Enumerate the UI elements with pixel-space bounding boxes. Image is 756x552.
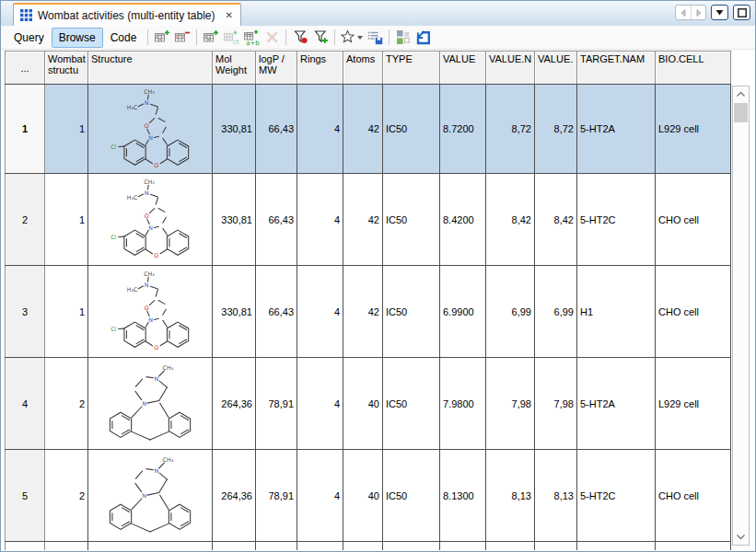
column-header-target-name[interactable]: TARGET.NAM: [577, 52, 656, 85]
cell-value-2[interactable]: 8,72: [535, 85, 577, 174]
column-header-value-n[interactable]: VALUE.N: [486, 52, 535, 85]
scroll-down-icon[interactable]: [733, 529, 749, 545]
cell-type[interactable]: IC50: [383, 266, 440, 358]
column-header-bio-cell[interactable]: BIO.CELL: [656, 52, 731, 85]
cell-mol-weight[interactable]: 330,81: [213, 266, 256, 358]
cell-value[interactable]: 8.4200: [440, 174, 486, 266]
cell-mol-weight[interactable]: 330,81: [213, 174, 256, 266]
column-header-type[interactable]: TYPE: [383, 52, 440, 85]
cell-value[interactable]: 8.1300: [440, 450, 486, 542]
cell-structure[interactable]: [88, 174, 213, 266]
cell-atoms[interactable]: 40: [343, 450, 383, 542]
row-header[interactable]: 3: [6, 266, 45, 358]
cell-value-2[interactable]: 6,99: [535, 266, 577, 358]
cell-wombat-structure[interactable]: 2: [45, 450, 88, 542]
cell-value-n[interactable]: 7,98: [486, 358, 535, 450]
cell-structure[interactable]: [88, 266, 213, 358]
maximize-icon[interactable]: [733, 5, 750, 20]
cell-atoms[interactable]: 42: [343, 266, 383, 358]
column-header-value-2[interactable]: VALUE.: [535, 52, 577, 85]
cell-value-n[interactable]: 8,72: [486, 85, 535, 174]
cell-wombat-structure[interactable]: 1: [45, 85, 88, 174]
row-header[interactable]: 5: [6, 450, 45, 542]
cell-rings[interactable]: 4: [297, 358, 343, 450]
cell-empty[interactable]: [256, 542, 297, 551]
panels-layout-icon[interactable]: [393, 28, 413, 48]
column-header-atoms[interactable]: Atoms: [343, 52, 383, 85]
cell-bio-cell[interactable]: CHO cell: [656, 174, 731, 266]
cell-value-n[interactable]: 6,99: [486, 266, 535, 358]
tab-close-icon[interactable]: ✕: [226, 11, 233, 20]
cell-type[interactable]: IC50: [383, 450, 440, 542]
remove-entity-table-icon[interactable]: [172, 28, 192, 48]
cell-target[interactable]: 5-HT2C: [577, 174, 656, 266]
cell-structure[interactable]: [88, 85, 213, 174]
cell-target[interactable]: 5-HT2A: [577, 358, 656, 450]
cell-empty[interactable]: [440, 542, 486, 551]
cell-rings[interactable]: 4: [297, 174, 343, 266]
mode-browse[interactable]: Browse: [52, 28, 103, 48]
vertical-scrollbar[interactable]: [732, 86, 750, 546]
cell-mol-weight[interactable]: 330,81: [213, 85, 256, 174]
cell-logp-mw[interactable]: 66,43: [256, 174, 297, 266]
cell-empty[interactable]: [343, 542, 383, 551]
column-header-wombat-structure[interactable]: Wombat structu: [45, 52, 88, 85]
cell-empty[interactable]: [297, 542, 343, 551]
cell-empty[interactable]: [577, 542, 656, 551]
cell-atoms[interactable]: 40: [343, 358, 383, 450]
cell-empty[interactable]: [45, 542, 88, 551]
row-header[interactable]: [6, 542, 45, 551]
column-header-value[interactable]: VALUE: [440, 52, 486, 85]
cell-structure[interactable]: [88, 358, 213, 450]
favorites-star-icon[interactable]: [339, 28, 365, 48]
cell-value-n[interactable]: 8,13: [486, 450, 535, 542]
add-table-icon[interactable]: [201, 28, 221, 48]
cell-value-2[interactable]: 8,42: [535, 174, 577, 266]
cell-target[interactable]: 5-HT2A: [577, 85, 656, 174]
delete-icon[interactable]: [262, 28, 282, 48]
column-header-logp-mw[interactable]: logP / MW: [256, 52, 297, 85]
cell-empty[interactable]: [213, 542, 256, 551]
cell-logp-mw[interactable]: 78,91: [256, 358, 297, 450]
row-header[interactable]: 4: [6, 358, 45, 450]
cell-wombat-structure[interactable]: 2: [45, 358, 88, 450]
cell-rings[interactable]: 4: [297, 85, 343, 174]
row-header[interactable]: 2: [6, 174, 45, 266]
column-header-rings[interactable]: Rings: [297, 52, 343, 85]
cell-type[interactable]: IC50: [383, 85, 440, 174]
tab-scroll-right-icon[interactable]: [691, 6, 705, 19]
cell-type[interactable]: IC50: [383, 174, 440, 266]
cell-logp-mw[interactable]: 66,43: [256, 266, 297, 358]
cell-atoms[interactable]: 42: [343, 174, 383, 266]
cell-target[interactable]: 5-HT2C: [577, 450, 656, 542]
column-header-mol-weight[interactable]: Mol Weight: [213, 52, 256, 85]
cell-mol-weight[interactable]: 264,36: [213, 450, 256, 542]
scrollbar-thumb[interactable]: [734, 103, 748, 122]
export-view-icon[interactable]: [413, 28, 434, 48]
cell-bio-cell[interactable]: L929 cell: [656, 85, 731, 174]
cell-empty[interactable]: [383, 542, 440, 551]
list-save-icon[interactable]: [365, 28, 385, 48]
cell-rings[interactable]: 4: [297, 450, 343, 542]
add-table-a-plus-b-icon[interactable]: a+b: [241, 28, 262, 48]
cell-structure[interactable]: [88, 450, 213, 542]
cell-logp-mw[interactable]: 66,43: [256, 85, 297, 174]
cell-empty[interactable]: [535, 542, 577, 551]
cell-empty[interactable]: [656, 542, 731, 551]
cell-empty[interactable]: [486, 542, 535, 551]
cell-wombat-structure[interactable]: 1: [45, 174, 88, 266]
cell-empty[interactable]: [88, 542, 213, 551]
cell-atoms[interactable]: 42: [343, 85, 383, 174]
corner-options-button[interactable]: ...: [6, 52, 45, 85]
cell-rings[interactable]: 4: [297, 266, 343, 358]
cell-logp-mw[interactable]: 78,91: [256, 450, 297, 542]
cell-target[interactable]: H1: [577, 266, 656, 358]
add-table-ct-icon[interactable]: ct: [221, 28, 241, 48]
cell-value[interactable]: 6.9900: [440, 266, 486, 358]
row-header[interactable]: 1: [6, 85, 45, 174]
column-header-structure[interactable]: Structure: [88, 52, 213, 85]
mode-code[interactable]: Code: [103, 28, 145, 48]
mode-query[interactable]: Query: [6, 28, 52, 48]
tab-wombat-activities[interactable]: Wombat activities (multi-entity table) ✕: [13, 3, 241, 26]
cell-bio-cell[interactable]: CHO cell: [656, 266, 731, 358]
